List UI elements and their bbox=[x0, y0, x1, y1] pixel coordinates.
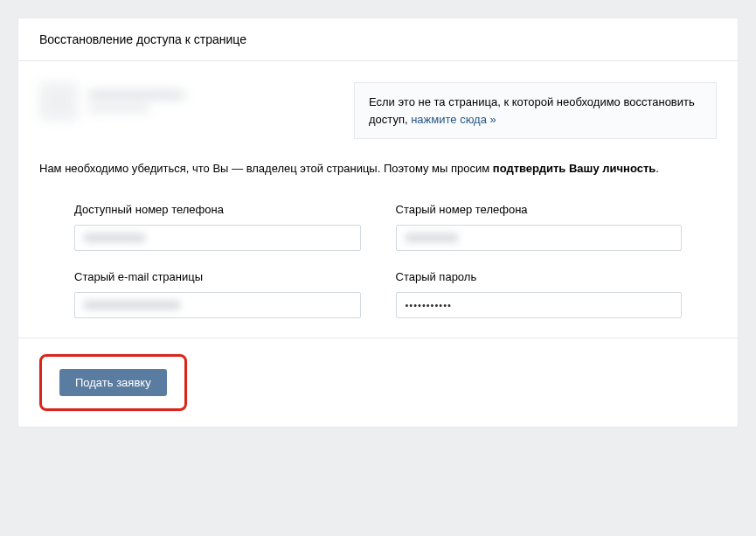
old-email-input[interactable] bbox=[74, 292, 361, 318]
profile-row: Если это не та страница, к которой необх… bbox=[39, 82, 717, 139]
submit-highlight: Подать заявку bbox=[39, 354, 187, 411]
click-here-link[interactable]: нажмите сюда » bbox=[411, 113, 496, 126]
wrong-page-notice: Если это не та страница, к которой необх… bbox=[354, 82, 717, 139]
old-phone-label: Старый номер телефона bbox=[396, 203, 683, 216]
verification-description: Нам необходимо убедиться, что Вы — владе… bbox=[39, 160, 717, 178]
old-password-field: Старый пароль ••••••••••• bbox=[396, 270, 683, 318]
card-footer: Подать заявку bbox=[18, 338, 738, 427]
available-phone-field: Доступный номер телефона bbox=[74, 203, 361, 251]
card-body: Если это не та страница, к которой необх… bbox=[18, 61, 738, 338]
old-password-input[interactable]: ••••••••••• bbox=[396, 292, 683, 318]
available-phone-label: Доступный номер телефона bbox=[74, 203, 361, 216]
card-header: Восстановление доступа к странице bbox=[18, 18, 738, 61]
restore-access-card: Восстановление доступа к странице Если э… bbox=[17, 17, 739, 428]
avatar-icon bbox=[39, 82, 78, 121]
old-email-field: Старый e-mail страницы bbox=[74, 270, 361, 318]
old-phone-field: Старый номер телефона bbox=[396, 203, 683, 251]
old-password-label: Старый пароль bbox=[396, 270, 683, 283]
submit-button[interactable]: Подать заявку bbox=[59, 369, 167, 396]
form-grid: Доступный номер телефона Старый номер те… bbox=[39, 203, 717, 327]
profile-name bbox=[88, 90, 184, 113]
old-email-label: Старый e-mail страницы bbox=[74, 270, 361, 283]
page-title: Восстановление доступа к странице bbox=[39, 32, 717, 46]
available-phone-input[interactable] bbox=[74, 225, 361, 251]
profile-preview bbox=[39, 82, 336, 121]
old-phone-input[interactable] bbox=[396, 225, 683, 251]
